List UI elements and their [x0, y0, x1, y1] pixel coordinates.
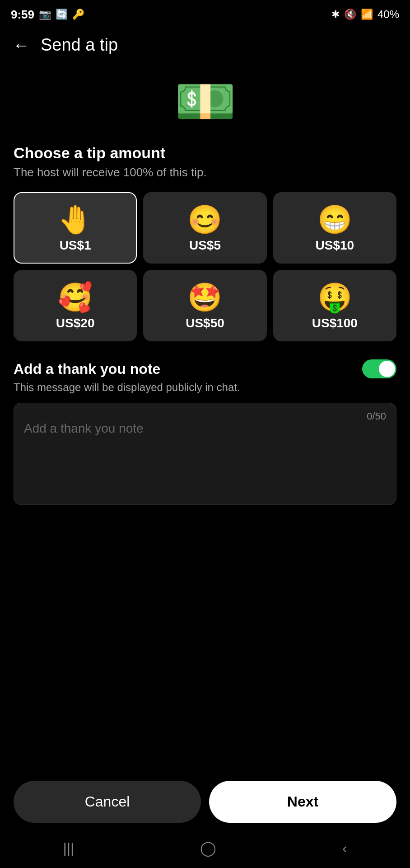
tip-section-subtitle: The host will receive 100% of this tip. — [0, 165, 410, 192]
thank-you-textarea[interactable] — [24, 421, 386, 494]
tip-label-50: US$50 — [186, 316, 224, 330]
battery-display: 40% — [377, 8, 399, 21]
tip-option-100[interactable]: 🤑 US$100 — [273, 270, 396, 341]
tip-emoji-1: 🤚 — [58, 206, 93, 234]
tip-label-100: US$100 — [312, 316, 358, 330]
tip-section-title: Choose a tip amount — [0, 135, 410, 165]
tip-label-5: US$5 — [189, 238, 221, 253]
nav-back-icon[interactable]: ‹ — [342, 840, 347, 857]
camera-icon: 📷 — [39, 9, 51, 20]
tip-option-1[interactable]: 🤚 US$1 — [14, 192, 137, 264]
tip-option-50[interactable]: 🤩 US$50 — [143, 270, 266, 341]
tip-emoji-10: 😁 — [317, 206, 352, 234]
tip-emoji-20: 🥰 — [58, 283, 93, 311]
bluetooth-icon: ✱ — [331, 9, 340, 20]
nav-menu-icon[interactable]: ||| — [63, 840, 74, 857]
header: ← Send a tip — [0, 27, 410, 63]
tip-grid: 🤚 US$1 😊 US$5 😁 US$10 🥰 US$20 🤩 US$50 🤑 … — [0, 192, 410, 341]
key-icon: 🔑 — [72, 9, 84, 20]
tip-emoji-5: 😊 — [187, 206, 222, 234]
tip-label-20: US$20 — [56, 316, 95, 330]
tip-emoji-50: 🤩 — [187, 283, 222, 311]
back-button[interactable]: ← — [13, 37, 30, 54]
char-count: 0/50 — [367, 410, 386, 422]
tip-option-20[interactable]: 🥰 US$20 — [14, 270, 137, 341]
nav-bar: ||| ◯ ‹ — [0, 832, 410, 868]
next-button[interactable]: Next — [209, 781, 396, 823]
thank-you-toggle[interactable] — [362, 359, 396, 378]
tip-option-5[interactable]: 😊 US$5 — [143, 192, 266, 264]
hero-section: 💵 — [0, 63, 410, 135]
tip-label-1: US$1 — [60, 238, 91, 253]
toggle-knob — [379, 361, 395, 377]
status-indicators: ✱ 🔇 📶 40% — [331, 8, 399, 21]
mute-icon: 🔇 — [344, 9, 356, 20]
note-area: 0/50 — [14, 403, 396, 505]
cancel-button[interactable]: Cancel — [14, 781, 201, 823]
money-icon: 💵 — [174, 76, 236, 126]
tip-option-10[interactable]: 😁 US$10 — [273, 192, 396, 264]
tip-emoji-100: 🤑 — [317, 283, 352, 311]
thank-subtitle: This message will be displayed publicly … — [14, 381, 396, 394]
status-bar: 9:59 📷 🔄 🔑 ✱ 🔇 📶 40% — [0, 0, 410, 27]
status-time: 9:59 📷 🔄 🔑 — [11, 8, 84, 22]
tip-label-10: US$10 — [316, 238, 354, 253]
nav-home-icon[interactable]: ◯ — [200, 840, 216, 857]
wifi-icon: 📶 — [361, 9, 373, 20]
thank-you-section: Add a thank you note This message will b… — [0, 359, 410, 505]
bottom-actions: Cancel Next — [0, 767, 410, 832]
nfc-icon: 🔄 — [56, 9, 68, 20]
page-title: Send a tip — [41, 35, 118, 55]
thank-header: Add a thank you note — [14, 359, 396, 378]
time-display: 9:59 — [11, 8, 34, 22]
thank-title: Add a thank you note — [14, 361, 160, 377]
